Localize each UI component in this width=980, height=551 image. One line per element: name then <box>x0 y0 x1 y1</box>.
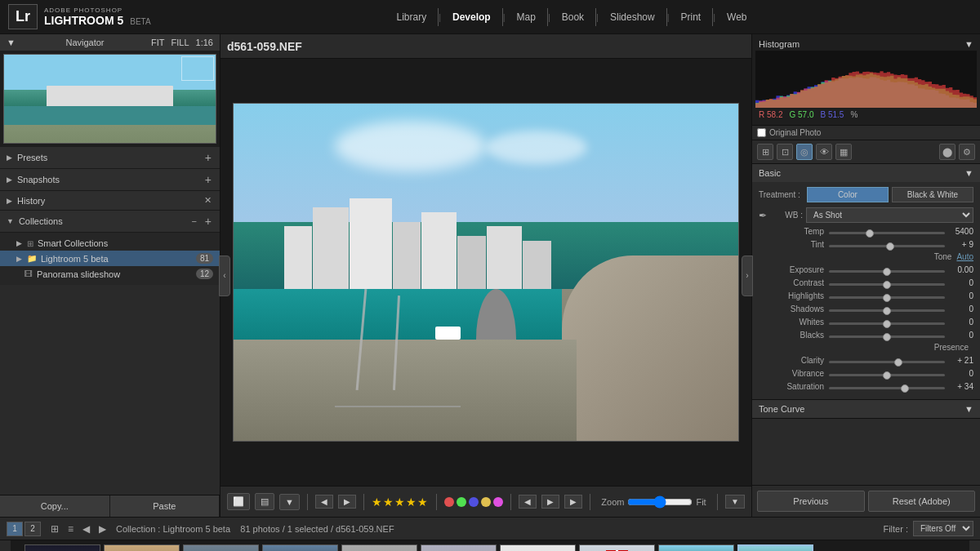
nav-print[interactable]: Print <box>670 8 714 26</box>
wb-dropdown[interactable]: As Shot Auto Daylight Cloudy Custom <box>806 207 973 223</box>
highlights-slider[interactable] <box>829 296 945 299</box>
snapshots-section-header[interactable]: ▶ Snapshots + <box>0 169 220 191</box>
zoom-slider[interactable] <box>627 495 693 509</box>
film-thumb-8[interactable]: ★★★★★ <box>579 544 655 552</box>
exposure-slider[interactable] <box>829 270 945 273</box>
filmstrip-prev-btn[interactable]: ‹ <box>0 540 11 551</box>
settings-tool[interactable]: ⚙ <box>959 144 975 160</box>
snapshots-add[interactable]: + <box>203 173 213 186</box>
color-blue[interactable] <box>469 497 479 507</box>
paste-button[interactable]: Paste <box>110 495 220 517</box>
filmstrip-next-btn[interactable]: › <box>969 540 980 551</box>
loupe-view-btn[interactable]: ≡ <box>65 522 77 536</box>
view-normal-btn[interactable]: ⬜ <box>227 493 250 510</box>
graduated-tool[interactable]: ▦ <box>835 144 852 160</box>
contrast-row: Contrast 0 <box>759 278 973 287</box>
grid-view-btn[interactable]: ⊞ <box>47 522 62 536</box>
zoom-fill-btn[interactable]: FILL <box>172 38 189 47</box>
prev-photo-btn[interactable]: ◀ <box>315 495 333 509</box>
history-section-header[interactable]: ▶ History ✕ <box>0 191 220 211</box>
redeye-tool[interactable]: 👁 <box>816 144 832 160</box>
nav-develop[interactable]: Develop <box>441 8 503 26</box>
history-close[interactable]: ✕ <box>203 195 213 206</box>
smart-collections-label: Smart Collections <box>38 238 213 248</box>
temp-slider[interactable] <box>829 232 945 234</box>
presets-section-header[interactable]: ▶ Presets + <box>0 147 220 169</box>
smart-collections-item[interactable]: ▶ ⊞ Smart Collections <box>0 236 220 251</box>
nav-slideshow[interactable]: Slideshow <box>599 8 667 26</box>
contrast-slider[interactable] <box>829 283 945 286</box>
logo-lr: Lr <box>16 8 30 24</box>
filter-area: Filter : Filters Off Rated Flagged <box>883 521 973 536</box>
nav-library[interactable]: Library <box>385 8 439 26</box>
color-yellow[interactable] <box>481 497 491 507</box>
temp-label: Temp <box>759 227 824 236</box>
grid-tool[interactable]: ⊞ <box>757 144 773 160</box>
saturation-label: Saturation <box>759 382 824 391</box>
lr5-collection-item[interactable]: ▶ 📁 Lightroom 5 beta 81 <box>0 251 220 266</box>
wb-label: WB : <box>770 211 803 220</box>
panorama-collection-item[interactable]: 🎞 Panorama slideshow 12 <box>0 266 220 282</box>
color-green[interactable] <box>457 497 466 507</box>
highlights-label: Highlights <box>759 291 824 300</box>
nav-web[interactable]: Web <box>715 8 758 26</box>
film-thumb-6[interactable]: ★★★★★ <box>421 544 497 552</box>
next-nav-arrow[interactable]: ▶ <box>96 522 109 536</box>
film-thumb-9[interactable]: ★★★★★ <box>658 544 734 552</box>
zoom-116-btn[interactable]: 1:16 <box>196 38 213 47</box>
film-thumb-1[interactable]: ★★★★★ <box>24 544 100 552</box>
copy-button[interactable]: Copy... <box>0 495 110 517</box>
next-nav-btn[interactable]: ▶ <box>541 495 559 509</box>
whites-slider[interactable] <box>829 322 945 325</box>
saturation-slider[interactable] <box>829 387 945 389</box>
nav-book[interactable]: Book <box>550 8 596 26</box>
film-thumb-4[interactable]: ★★★★★ <box>262 544 338 552</box>
basic-section-header[interactable]: Basic ▼ <box>752 164 980 182</box>
collections-section-header[interactable]: ▼ Collections − + <box>0 211 220 233</box>
zoom-fit-label: Fit <box>696 497 706 507</box>
navigator-header[interactable]: ▼ Navigator FIT FILL 1:16 <box>0 34 220 51</box>
color-treatment-btn[interactable]: Color <box>807 187 889 202</box>
prev-nav-arrow[interactable]: ◀ <box>79 522 93 536</box>
star-rating[interactable]: ★★★★★ <box>372 495 429 509</box>
collections-minus[interactable]: − <box>189 216 198 226</box>
next-photo-btn[interactable]: ▶ <box>338 495 356 509</box>
left-panel-toggle[interactable]: ‹ <box>219 256 230 296</box>
crop-tool[interactable]: ⊡ <box>777 144 793 160</box>
view-compare-btn[interactable]: ▤ <box>255 493 274 510</box>
film-thumb-2[interactable]: ★★★★★ <box>104 544 180 552</box>
zoom-dropdown-btn[interactable]: ▼ <box>725 495 745 509</box>
page-1-btn[interactable]: 1 <box>7 522 23 536</box>
page-2-btn[interactable]: 2 <box>24 522 41 536</box>
brush-tool[interactable]: ⬤ <box>939 144 956 160</box>
play-btn[interactable]: ▶ <box>564 495 582 509</box>
collections-add[interactable]: + <box>203 215 213 228</box>
photo-count-text: 81 photos / 1 selected / d561-059.NEF <box>240 524 394 534</box>
bw-treatment-btn[interactable]: Black & White <box>892 187 973 202</box>
film-thumb-3[interactable]: ★★★★★ <box>183 544 259 552</box>
blacks-slider[interactable] <box>829 335 945 338</box>
right-panel-toggle[interactable]: › <box>742 256 753 296</box>
tone-auto-btn[interactable]: Auto <box>956 252 973 261</box>
tint-slider[interactable] <box>829 245 945 247</box>
prev-nav-btn[interactable]: ◀ <box>519 495 537 509</box>
filter-dropdown[interactable]: Filters Off Rated Flagged <box>913 521 973 536</box>
zoom-fit-btn[interactable]: FIT <box>151 38 165 47</box>
previous-button[interactable]: Previous <box>757 491 865 512</box>
nav-map[interactable]: Map <box>506 8 548 26</box>
shadows-slider[interactable] <box>829 309 945 312</box>
tone-curve-section-header[interactable]: Tone Curve ▼ <box>752 400 980 418</box>
film-thumb-5[interactable]: ★★★★★ <box>341 544 417 552</box>
color-red[interactable] <box>444 497 454 507</box>
vibrance-slider[interactable] <box>829 374 945 376</box>
presets-add[interactable]: + <box>203 151 213 164</box>
wb-eyedropper[interactable]: ✒ <box>759 210 767 221</box>
view-dropdown-btn[interactable]: ▼ <box>279 494 300 510</box>
film-thumb-7[interactable]: ★★★★★ <box>500 544 576 552</box>
reset-button[interactable]: Reset (Adobe) <box>868 491 976 512</box>
original-photo-checkbox[interactable] <box>757 128 766 137</box>
spot-tool[interactable]: ◎ <box>796 144 813 160</box>
film-thumb-10[interactable]: ★★★★★ <box>737 544 813 552</box>
color-magenta[interactable] <box>493 497 503 507</box>
clarity-slider[interactable] <box>829 361 945 363</box>
